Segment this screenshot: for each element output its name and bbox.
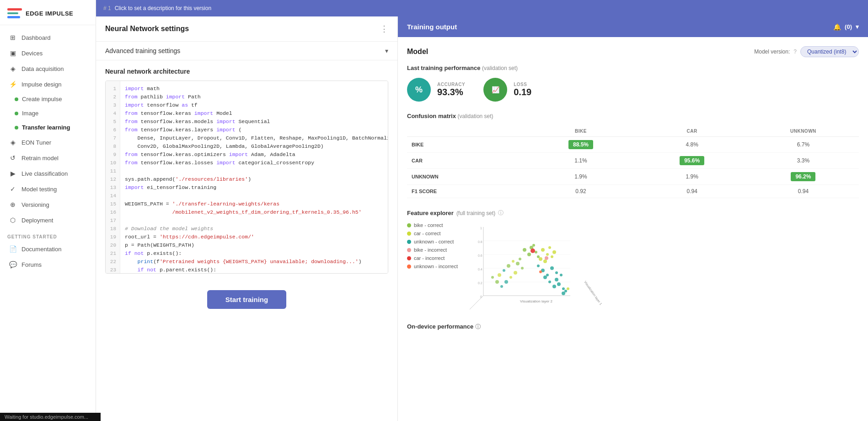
model-label: Model [407, 48, 428, 56]
top-bar: # 1 Click to set a description for this … [96, 0, 868, 16]
legend-dot-unknown-incorrect [407, 264, 411, 269]
code-scroll-area[interactable]: 1234567891011121314151617181920212223242… [106, 81, 388, 273]
accuracy-circle: % [407, 78, 431, 102]
cell: 0.92 [525, 185, 636, 198]
panel-header: Neural Network settings ⋮ [96, 16, 397, 42]
sidebar-item-live-classification[interactable]: ▶ Live classification [0, 166, 96, 181]
sidebar-item-dashboard[interactable]: ⊞ Dashboard [0, 30, 96, 45]
sidebar-item-label: EON Tuner [21, 139, 51, 146]
arch-section: Neural network architecture 123456789101… [96, 60, 397, 281]
legend-dot-bike-correct [407, 223, 411, 227]
sidebar-sub-label: Create impulse [22, 96, 62, 103]
svg-point-27 [548, 246, 551, 249]
loss-circle: 📈 [483, 78, 507, 102]
legend-label: unknown - incorrect [414, 264, 458, 269]
cell: 3.3% [748, 153, 859, 169]
sidebar-item-forums[interactable]: 💬 Forums [0, 257, 96, 272]
legend-item: car - incorrect [407, 255, 458, 261]
conf-header-bike: BIKE [525, 126, 636, 137]
top-bar-description: Click to set a description for this vers… [115, 5, 211, 11]
legend-item: bike - incorrect [407, 247, 458, 253]
svg-point-32 [550, 266, 554, 270]
svg-point-24 [539, 257, 542, 261]
svg-text:0: 0 [480, 295, 482, 298]
svg-point-47 [514, 271, 517, 275]
svg-point-37 [560, 274, 563, 276]
chevron-down-icon: ▾ [385, 47, 388, 54]
content-area: Neural Network settings ⋮ Advanced train… [96, 16, 868, 421]
loss-info: LOSS 0.19 [514, 82, 531, 97]
last-training-title: Last training performance (validation se… [407, 65, 859, 71]
cell: 0.94 [637, 185, 748, 198]
sidebar-item-label: Live classification [21, 170, 68, 177]
expand-icon[interactable]: ▾ [856, 23, 859, 30]
sidebar: EDGE IMPULSE ⊞ Dashboard ▣ Devices ◈ Dat… [0, 0, 96, 421]
cell: 6.7% [748, 137, 859, 153]
sidebar-item-data-acquisition[interactable]: ◈ Data acquisition [0, 61, 96, 76]
sidebar-item-versioning[interactable]: ⊕ Versioning [0, 197, 96, 212]
svg-point-42 [545, 256, 548, 260]
model-version-row: Model version: ? Quantized (int8) [754, 46, 859, 57]
svg-point-51 [495, 280, 499, 284]
svg-point-23 [546, 253, 549, 256]
sidebar-item-image[interactable]: Image [0, 106, 96, 120]
dashboard-icon: ⊞ [9, 34, 17, 41]
feature-header: Feature explorer (full training set) ⓘ [407, 209, 859, 217]
legend-dot-car-incorrect [407, 256, 411, 260]
svg-point-57 [564, 290, 567, 292]
sidebar-item-label: Dashboard [21, 34, 51, 41]
sidebar-item-create-impulse[interactable]: Create impulse [0, 92, 96, 106]
cell: 88.5% [525, 137, 636, 153]
sidebar-item-deployment[interactable]: ⬡ Deployment [0, 212, 96, 228]
sidebar-item-retrain-model[interactable]: ↺ Retrain model [0, 150, 96, 166]
sidebar-item-transfer-learning[interactable]: Transfer learning [0, 120, 96, 135]
row-label-f1: F1 SCORE [407, 185, 525, 198]
svg-text:Visualization layer 2: Visualization layer 2 [520, 299, 553, 303]
docs-icon: 📄 [9, 245, 17, 253]
start-training-button[interactable]: Start training [207, 290, 286, 309]
sidebar-item-devices[interactable]: ▣ Devices [0, 45, 96, 61]
on-device-section: On-device performance ⓘ [407, 323, 859, 331]
sidebar-item-label: Devices [21, 50, 43, 57]
advanced-settings-label: Advanced training settings [105, 47, 180, 54]
feature-content: bike - correct car - correct unknown - c… [407, 222, 859, 314]
svg-point-16 [523, 248, 526, 252]
dot-icon [15, 97, 18, 101]
code-content: import math from pathlib import Path imp… [120, 81, 388, 273]
training-output-title: Training output [407, 23, 457, 31]
live-icon: ▶ [9, 170, 17, 177]
feature-legend: bike - correct car - correct unknown - c… [407, 222, 458, 272]
sidebar-item-documentation[interactable]: 📄 Documentation [0, 241, 96, 257]
cell: 0.94 [748, 185, 859, 198]
sidebar-item-label: Impulse design [21, 81, 61, 88]
sidebar-item-eon-tuner[interactable]: ◈ EON Tuner [0, 135, 96, 150]
panel-menu-button[interactable]: ⋮ [380, 24, 388, 34]
loss-value: 0.19 [514, 87, 531, 97]
code-editor[interactable]: 1234567891011121314151617181920212223242… [105, 81, 388, 274]
status-text: Waiting for studio.edgeimpulse.com... [5, 414, 88, 420]
sidebar-item-label: Model testing [21, 186, 57, 193]
sidebar-item-impulse-design[interactable]: ⚡ Impulse design [0, 76, 96, 92]
svg-point-55 [507, 264, 510, 268]
svg-point-33 [555, 271, 558, 274]
sidebar-item-model-testing[interactable]: ✓ Model testing [0, 181, 96, 197]
model-version-select[interactable]: Quantized (int8) [800, 46, 859, 57]
svg-point-19 [527, 253, 531, 256]
row-label-unknown: UNKNOWN [407, 169, 525, 185]
cell: 1.9% [525, 169, 636, 185]
help-icon: ? [793, 49, 797, 55]
accuracy-label: ACCURACY [437, 82, 465, 87]
svg-point-44 [519, 258, 521, 260]
svg-point-26 [543, 259, 547, 263]
on-device-info-icon: ⓘ [475, 324, 481, 330]
svg-point-45 [516, 262, 520, 265]
sidebar-item-label: Data acquisition [21, 65, 64, 72]
impulse-icon: ⚡ [9, 81, 17, 88]
on-device-title: On-device performance ⓘ [407, 323, 859, 331]
svg-text:0.2: 0.2 [478, 281, 482, 285]
start-training-wrapper: Start training [96, 281, 397, 318]
svg-point-31 [546, 274, 549, 276]
advanced-settings-toggle[interactable]: Advanced training settings ▾ [96, 42, 397, 60]
svg-point-59 [567, 287, 569, 290]
svg-point-39 [562, 287, 565, 290]
